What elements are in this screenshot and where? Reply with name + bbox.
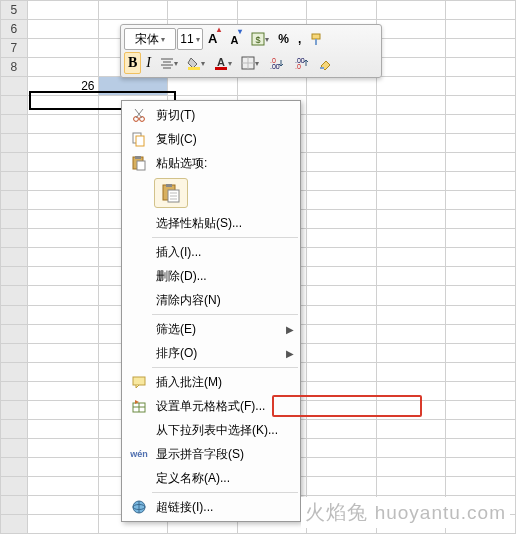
row-header[interactable]: 8 [1, 58, 28, 77]
menu-clear-contents[interactable]: 清除内容(N) [124, 288, 298, 312]
row-header[interactable]: 5 [1, 1, 28, 20]
cell[interactable] [27, 210, 98, 229]
cell[interactable] [307, 324, 377, 343]
accounting-format-button[interactable]: $ ▾ [247, 28, 273, 50]
cell[interactable] [446, 77, 516, 96]
cell[interactable] [27, 1, 98, 20]
row-header[interactable] [1, 419, 28, 438]
cell[interactable] [376, 324, 446, 343]
cell[interactable] [307, 305, 377, 324]
row-header[interactable] [1, 134, 28, 153]
fill-color-button[interactable]: ▾ [183, 52, 209, 74]
cell[interactable] [27, 419, 98, 438]
cell[interactable] [27, 39, 98, 58]
cell[interactable] [27, 305, 98, 324]
cell[interactable] [376, 210, 446, 229]
paste-default-button[interactable] [154, 178, 188, 208]
row-header[interactable] [1, 400, 28, 419]
cell[interactable] [168, 77, 238, 96]
row-header[interactable] [1, 438, 28, 457]
cell[interactable] [307, 419, 377, 438]
row-header[interactable] [1, 115, 28, 134]
cell[interactable] [307, 115, 377, 134]
menu-cut[interactable]: 剪切(T) [124, 103, 298, 127]
menu-insert-comment[interactable]: 插入批注(M) [124, 370, 298, 394]
cell[interactable] [446, 267, 516, 286]
cell[interactable] [376, 286, 446, 305]
cell[interactable] [307, 286, 377, 305]
italic-button[interactable]: I [142, 52, 155, 74]
cell[interactable] [307, 343, 377, 362]
cell[interactable] [376, 115, 446, 134]
row-header[interactable] [1, 305, 28, 324]
font-size-select[interactable]: 11▾ [177, 28, 203, 50]
cell[interactable] [376, 58, 446, 77]
row-header[interactable] [1, 381, 28, 400]
comma-style-button[interactable]: , [294, 28, 305, 50]
cell[interactable] [446, 229, 516, 248]
cell[interactable] [237, 1, 307, 20]
cell[interactable] [307, 381, 377, 400]
cell[interactable] [27, 248, 98, 267]
cell[interactable] [376, 134, 446, 153]
row-header[interactable] [1, 343, 28, 362]
cell[interactable] [307, 476, 377, 495]
cell[interactable] [376, 248, 446, 267]
cell[interactable] [27, 286, 98, 305]
cell[interactable] [27, 96, 98, 115]
increase-decimal-button[interactable]: .0.00 [264, 52, 288, 74]
cell[interactable] [376, 39, 446, 58]
cell[interactable] [376, 153, 446, 172]
row-header[interactable] [1, 495, 28, 514]
row-header[interactable]: 6 [1, 20, 28, 39]
row-header[interactable]: 7 [1, 39, 28, 58]
cell[interactable] [307, 438, 377, 457]
cell[interactable] [446, 343, 516, 362]
cell[interactable] [376, 400, 446, 419]
cell[interactable] [376, 172, 446, 191]
row-header[interactable] [1, 96, 28, 115]
cell[interactable] [27, 153, 98, 172]
cell[interactable] [27, 438, 98, 457]
cell[interactable] [307, 267, 377, 286]
cell[interactable] [446, 115, 516, 134]
cell[interactable] [446, 1, 516, 20]
cell[interactable] [307, 1, 377, 20]
shrink-font-button[interactable]: A▾ [226, 28, 246, 50]
cell[interactable] [27, 514, 98, 533]
clear-formatting-button[interactable] [314, 52, 338, 74]
cell[interactable] [376, 229, 446, 248]
cell[interactable] [446, 191, 516, 210]
cell[interactable] [307, 400, 377, 419]
cell[interactable] [376, 96, 446, 115]
cell[interactable] [307, 134, 377, 153]
cell[interactable] [376, 1, 446, 20]
menu-define-name[interactable]: 定义名称(A)... [124, 466, 298, 490]
row-header[interactable] [1, 457, 28, 476]
cell[interactable] [376, 362, 446, 381]
cell[interactable] [307, 172, 377, 191]
cell[interactable]: 26 [27, 77, 98, 96]
cell[interactable] [376, 419, 446, 438]
cell[interactable] [27, 495, 98, 514]
cell[interactable] [27, 134, 98, 153]
cell[interactable] [446, 58, 516, 77]
menu-format-cells[interactable]: 设置单元格格式(F)... [124, 394, 298, 418]
cell[interactable] [446, 20, 516, 39]
row-header[interactable] [1, 286, 28, 305]
cell[interactable] [307, 191, 377, 210]
cell[interactable] [376, 438, 446, 457]
cell[interactable] [27, 381, 98, 400]
cell[interactable] [376, 191, 446, 210]
cell[interactable] [307, 210, 377, 229]
cell[interactable] [376, 343, 446, 362]
row-header[interactable] [1, 210, 28, 229]
cell[interactable] [307, 153, 377, 172]
menu-pick-from-list[interactable]: 从下拉列表中选择(K)... [124, 418, 298, 442]
font-color-button[interactable]: A ▾ [210, 52, 236, 74]
row-header[interactable] [1, 476, 28, 495]
cell[interactable] [376, 305, 446, 324]
cell[interactable] [27, 172, 98, 191]
cell[interactable] [446, 305, 516, 324]
cell[interactable] [446, 324, 516, 343]
